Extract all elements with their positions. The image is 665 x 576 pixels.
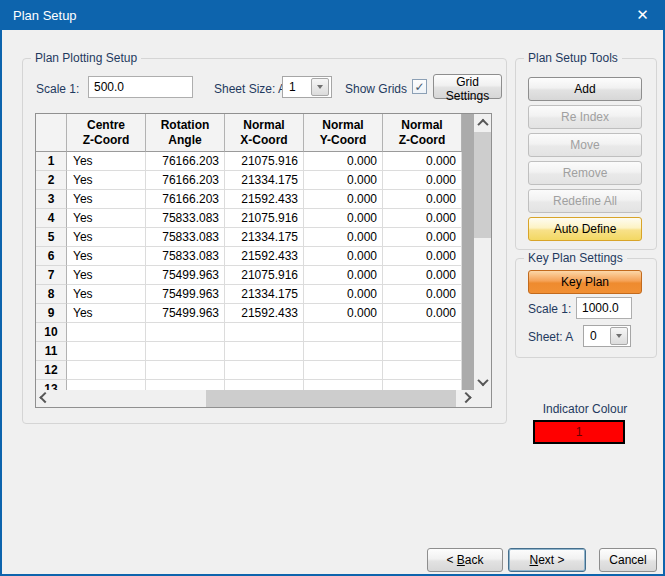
row-number[interactable]: 6 — [36, 247, 67, 266]
table-cell[interactable]: 0.000 — [383, 304, 462, 323]
table-cell[interactable] — [225, 342, 304, 361]
table-cell[interactable]: 0.000 — [304, 304, 383, 323]
table-cell[interactable]: Yes — [67, 209, 146, 228]
title-bar[interactable]: Plan Setup ✕ — [0, 0, 665, 30]
table-cell[interactable]: Yes — [67, 190, 146, 209]
table-cell[interactable]: 0.000 — [383, 152, 462, 171]
table-cell[interactable]: Yes — [67, 247, 146, 266]
scroll-down-button[interactable] — [474, 373, 491, 390]
column-header[interactable]: Centre Z-Coord — [67, 114, 146, 152]
table-cell[interactable]: 0.000 — [304, 171, 383, 190]
grid-corner-cell[interactable] — [36, 114, 67, 152]
table-cell[interactable]: 21075.916 — [225, 266, 304, 285]
column-header[interactable]: Rotation Angle — [146, 114, 225, 152]
table-cell[interactable]: 0.000 — [304, 228, 383, 247]
scale-input[interactable] — [88, 76, 193, 98]
table-cell[interactable]: 21592.433 — [225, 304, 304, 323]
move-button[interactable]: Move — [528, 133, 642, 157]
table-cell[interactable]: 76166.203 — [146, 190, 225, 209]
table-cell[interactable]: Yes — [67, 266, 146, 285]
table-cell[interactable]: 75833.083 — [146, 247, 225, 266]
table-cell[interactable]: 76166.203 — [146, 171, 225, 190]
table-cell[interactable]: 21592.433 — [225, 247, 304, 266]
table-cell[interactable]: 21075.916 — [225, 152, 304, 171]
row-number[interactable]: 11 — [36, 342, 67, 361]
horizontal-scrollbar[interactable] — [36, 390, 474, 407]
horizontal-scrollbar-thumb[interactable] — [206, 390, 456, 407]
table-cell[interactable]: 0.000 — [304, 285, 383, 304]
table-cell[interactable] — [146, 361, 225, 380]
table-cell[interactable] — [383, 323, 462, 342]
table-cell[interactable]: 0.000 — [383, 190, 462, 209]
table-cell[interactable]: 21592.433 — [225, 190, 304, 209]
add-button[interactable]: Add — [528, 77, 642, 101]
table-cell[interactable]: 75833.083 — [146, 209, 225, 228]
keyplan-scale-input[interactable] — [576, 297, 632, 319]
table-cell[interactable]: Yes — [67, 228, 146, 247]
table-cell[interactable]: 75499.963 — [146, 285, 225, 304]
row-number[interactable]: 7 — [36, 266, 67, 285]
row-number[interactable]: 8 — [36, 285, 67, 304]
cancel-button[interactable]: Cancel — [599, 548, 657, 572]
key-plan-button[interactable]: Key Plan — [528, 270, 642, 294]
close-icon[interactable]: ✕ — [620, 0, 665, 30]
re-index-button[interactable]: Re Index — [528, 105, 642, 129]
row-number[interactable]: 10 — [36, 323, 67, 342]
table-cell[interactable]: 0.000 — [383, 247, 462, 266]
table-cell[interactable]: 21334.175 — [225, 171, 304, 190]
row-number[interactable]: 3 — [36, 190, 67, 209]
row-number[interactable]: 13 — [36, 380, 67, 390]
table-cell[interactable] — [304, 361, 383, 380]
table-cell[interactable] — [146, 380, 225, 390]
table-cell[interactable]: 0.000 — [383, 171, 462, 190]
sheet-size-select[interactable]: 1 — [282, 76, 332, 98]
table-cell[interactable]: 21334.175 — [225, 228, 304, 247]
table-cell[interactable]: 75499.963 — [146, 266, 225, 285]
redefine-all-button[interactable]: Redefine All — [528, 189, 642, 213]
row-number[interactable]: 9 — [36, 304, 67, 323]
keyplan-sheet-select[interactable]: 0 — [583, 325, 631, 347]
table-cell[interactable] — [67, 361, 146, 380]
table-cell[interactable] — [225, 323, 304, 342]
row-number[interactable]: 12 — [36, 361, 67, 380]
column-header[interactable]: Normal Z-Coord — [383, 114, 462, 152]
table-cell[interactable] — [304, 323, 383, 342]
next-button[interactable]: Next > — [508, 548, 586, 572]
table-cell[interactable] — [146, 342, 225, 361]
scroll-left-button[interactable] — [36, 390, 53, 407]
indicator-colour-swatch[interactable]: 1 — [533, 420, 625, 444]
column-header[interactable]: Normal Y-Coord — [304, 114, 383, 152]
table-cell[interactable] — [304, 342, 383, 361]
show-grids-checkbox[interactable]: ✓ — [412, 79, 427, 94]
table-cell[interactable]: 75499.963 — [146, 304, 225, 323]
table-cell[interactable] — [304, 380, 383, 390]
table-cell[interactable] — [383, 361, 462, 380]
scroll-right-button[interactable] — [457, 390, 474, 407]
row-number[interactable]: 1 — [36, 152, 67, 171]
table-cell[interactable]: 21075.916 — [225, 209, 304, 228]
remove-button[interactable]: Remove — [528, 161, 642, 185]
back-button[interactable]: < Back — [427, 548, 503, 572]
scroll-up-button[interactable] — [474, 114, 491, 131]
table-cell[interactable]: Yes — [67, 285, 146, 304]
table-cell[interactable]: 21334.175 — [225, 285, 304, 304]
sheet-size-dropdown-button[interactable] — [311, 78, 329, 96]
keyplan-sheet-dropdown-button[interactable] — [610, 327, 628, 345]
table-cell[interactable]: 75833.083 — [146, 228, 225, 247]
table-cell[interactable]: 0.000 — [304, 190, 383, 209]
table-cell[interactable] — [225, 361, 304, 380]
table-cell[interactable]: Yes — [67, 171, 146, 190]
table-cell[interactable] — [67, 342, 146, 361]
row-number[interactable]: 2 — [36, 171, 67, 190]
table-cell[interactable]: 0.000 — [383, 209, 462, 228]
table-cell[interactable]: Yes — [67, 152, 146, 171]
table-cell[interactable]: 0.000 — [383, 266, 462, 285]
table-cell[interactable]: 0.000 — [304, 247, 383, 266]
vertical-scrollbar[interactable] — [474, 114, 491, 390]
table-cell[interactable]: 0.000 — [383, 285, 462, 304]
table-cell[interactable] — [225, 380, 304, 390]
table-cell[interactable]: 0.000 — [304, 266, 383, 285]
table-cell[interactable]: Yes — [67, 304, 146, 323]
table-cell[interactable]: 0.000 — [383, 228, 462, 247]
table-cell[interactable] — [67, 380, 146, 390]
